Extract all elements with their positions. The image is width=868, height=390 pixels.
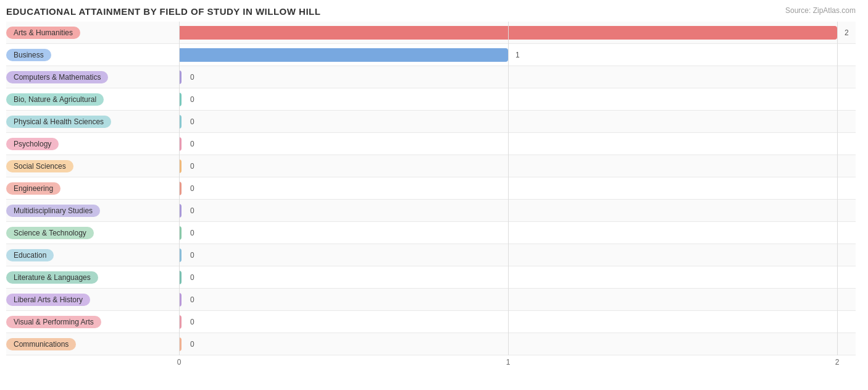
bar-value: 0 xyxy=(190,95,194,104)
bar xyxy=(179,93,182,106)
table-row: Communications0 xyxy=(6,333,856,355)
field-label: Engineering xyxy=(6,182,61,195)
bar xyxy=(179,248,182,262)
bar-value: 0 xyxy=(190,340,194,349)
bar xyxy=(179,337,182,351)
bar-value: 0 xyxy=(190,73,194,82)
x-axis-label: 0 xyxy=(177,358,182,367)
bar-value: 0 xyxy=(190,184,194,193)
x-axis: 012 xyxy=(179,355,856,368)
table-row: Social Sciences0 xyxy=(6,155,856,177)
table-row: Arts & Humanities2 xyxy=(6,22,856,44)
field-label: Communications xyxy=(6,338,76,350)
table-row: Engineering0 xyxy=(6,177,856,200)
table-row: Education0 xyxy=(6,244,856,266)
bar-value: 1 xyxy=(515,51,520,59)
bar-value: 0 xyxy=(190,229,194,237)
field-label: Business xyxy=(6,49,51,61)
bar-value: 0 xyxy=(190,295,194,304)
field-label: Social Sciences xyxy=(6,160,73,172)
bar xyxy=(179,48,508,62)
field-label: Physical & Health Sciences xyxy=(6,116,111,128)
table-row: Science & Technology0 xyxy=(6,222,856,244)
bar-value: 0 xyxy=(190,140,194,148)
bar xyxy=(179,182,182,195)
table-row: Visual & Performing Arts0 xyxy=(6,311,856,333)
chart-title: EDUCATIONAL ATTAINMENT BY FIELD OF STUDY… xyxy=(6,6,320,17)
bar xyxy=(179,26,837,40)
table-row: Literature & Languages0 xyxy=(6,266,856,289)
bar-value: 2 xyxy=(845,28,849,37)
table-row: Liberal Arts & History0 xyxy=(6,289,856,311)
table-row: Business1 xyxy=(6,44,856,66)
field-label: Computers & Mathematics xyxy=(6,71,108,83)
field-label: Arts & Humanities xyxy=(6,27,80,39)
bar-value: 0 xyxy=(190,206,194,215)
field-label: Visual & Performing Arts xyxy=(6,316,101,328)
x-axis-label: 2 xyxy=(835,358,840,367)
chart-body: Arts & Humanities2Business1Computers & M… xyxy=(6,22,856,344)
table-row: Computers & Mathematics0 xyxy=(6,66,856,88)
table-row: Physical & Health Sciences0 xyxy=(6,111,856,133)
field-label: Literature & Languages xyxy=(6,271,98,284)
chart-source: Source: ZipAtlas.com xyxy=(785,6,856,15)
bar xyxy=(179,315,182,329)
x-axis-label: 1 xyxy=(506,358,511,367)
field-label: Liberal Arts & History xyxy=(6,294,90,306)
bar xyxy=(179,137,182,151)
table-row: Psychology0 xyxy=(6,133,856,155)
table-row: Bio, Nature & Agricultural0 xyxy=(6,88,856,111)
bar-value: 0 xyxy=(190,162,194,171)
field-label: Science & Technology xyxy=(6,227,94,239)
field-label: Psychology xyxy=(6,138,59,150)
chart-container: EDUCATIONAL ATTAINMENT BY FIELD OF STUDY… xyxy=(0,0,868,390)
bar-value: 0 xyxy=(190,117,194,126)
bar xyxy=(179,204,182,218)
bar xyxy=(179,159,182,173)
bar-value: 0 xyxy=(190,251,194,260)
bar xyxy=(179,115,182,129)
field-label: Multidisciplinary Studies xyxy=(6,205,100,217)
field-label: Bio, Nature & Agricultural xyxy=(6,93,104,106)
bar xyxy=(179,226,182,240)
bar-value: 0 xyxy=(190,318,194,326)
bar xyxy=(179,271,182,284)
field-label: Education xyxy=(6,249,54,261)
bar xyxy=(179,70,182,84)
bar-value: 0 xyxy=(190,273,194,282)
bar xyxy=(179,293,182,307)
table-row: Multidisciplinary Studies0 xyxy=(6,200,856,222)
chart-header: EDUCATIONAL ATTAINMENT BY FIELD OF STUDY… xyxy=(6,6,856,17)
